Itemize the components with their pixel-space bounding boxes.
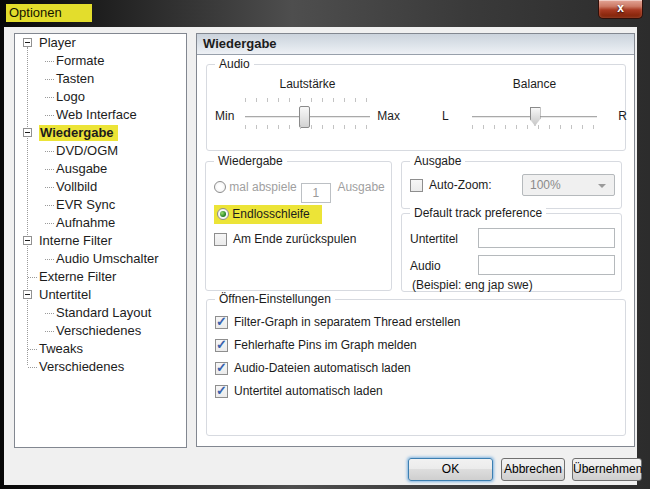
collapse-icon[interactable]	[23, 236, 32, 245]
play-count-input[interactable]	[301, 183, 331, 203]
options-dialog-window: Optionen x Player Formate Tasten Logo We…	[0, 0, 650, 489]
output-group: Ausgabe Auto-Zoom: 100%	[401, 161, 622, 209]
play-times-suffix: Ausgabe	[337, 180, 384, 194]
tree-connector	[45, 97, 54, 98]
balance-slider-thumb[interactable]	[530, 107, 541, 126]
autoload-subtitles-checkbox[interactable]	[215, 385, 228, 398]
tree-item-label: Aufnahme	[56, 215, 115, 230]
tree-item-label: Logo	[56, 89, 85, 104]
tree-item-ausgabe[interactable]: Ausgabe	[15, 160, 186, 178]
autoload-subtitles-option[interactable]: Untertitel automatisch laden	[215, 384, 383, 398]
volume-label: Lautstärke	[215, 77, 400, 91]
tree-item-label: Verschiedenes	[56, 323, 141, 338]
tree-item-interne-filter[interactable]: Interne Filter	[15, 232, 186, 250]
play-times-label: mal abspiele	[229, 180, 296, 194]
tree-item-formate[interactable]: Formate	[15, 52, 186, 70]
playback-group-label: Wiedergabe	[214, 154, 287, 168]
tree-item-audio-umschalter[interactable]: Audio Umschalter	[15, 250, 186, 268]
tree-item-wiedergabe[interactable]: Wiedergabe	[15, 124, 186, 142]
tree-item-label: Ausgabe	[56, 161, 107, 176]
chevron-down-icon	[598, 184, 606, 188]
autoload-audio-option[interactable]: Audio-Dateien automatisch laden	[215, 361, 411, 375]
options-tree[interactable]: Player Formate Tasten Logo Web Interface…	[14, 33, 187, 448]
volume-slider-block: Lautstärke Min Max	[215, 77, 400, 129]
window-title: Optionen	[6, 4, 92, 22]
playback-group: Wiedergabe mal abspiele Ausgabe Endlossc…	[205, 161, 392, 291]
auto-zoom-select[interactable]: 100%	[522, 174, 615, 196]
tree-connector	[45, 313, 54, 314]
audio-field[interactable]	[478, 255, 615, 275]
close-icon: x	[617, 1, 624, 15]
subtitle-field[interactable]	[478, 228, 615, 248]
tree-item-web-interface[interactable]: Web Interface	[15, 106, 186, 124]
tree-item-evr-sync[interactable]: EVR Sync	[15, 196, 186, 214]
track-example-text: (Beispiel: eng jap swe)	[412, 278, 533, 292]
tree-connector	[28, 349, 37, 350]
tree-connector	[45, 223, 54, 224]
ok-button[interactable]: OK	[408, 458, 493, 481]
collapse-icon[interactable]	[23, 38, 32, 47]
tree-item-label: Formate	[56, 53, 104, 68]
tree-item-label: Interne Filter	[39, 233, 112, 248]
subtitle-field-label: Untertitel	[410, 232, 458, 246]
auto-zoom-checkbox[interactable]	[410, 179, 423, 192]
tree-item-dvd-ogm[interactable]: DVD/OGM	[15, 142, 186, 160]
page-title: Wiedergabe	[197, 34, 634, 55]
report-pins-label: Fehlerhafte Pins im Graph melden	[234, 338, 417, 352]
autoload-audio-checkbox[interactable]	[215, 362, 228, 375]
play-times-option[interactable]: mal abspiele Ausgabe	[214, 180, 385, 203]
report-pins-checkbox[interactable]	[215, 339, 228, 352]
loop-option[interactable]: Endlosschleife	[214, 207, 322, 221]
tree-item-logo[interactable]: Logo	[15, 88, 186, 106]
tree-item-externe-filter[interactable]: Externe Filter	[15, 268, 186, 286]
tree-item-vollbild[interactable]: Vollbild	[15, 178, 186, 196]
autoload-audio-label: Audio-Dateien automatisch laden	[234, 361, 411, 375]
balance-label: Balance	[442, 77, 627, 91]
cancel-button[interactable]: Abbrechen	[501, 458, 565, 481]
autoload-subtitles-label: Untertitel automatisch laden	[234, 384, 383, 398]
close-button[interactable]: x	[598, 0, 643, 19]
tree-item-label: Audio Umschalter	[56, 251, 159, 266]
filter-graph-thread-option[interactable]: Filter-Graph in separatem Thread erstell…	[215, 315, 461, 329]
tree-item-label-selected: Wiedergabe	[39, 125, 118, 141]
auto-zoom-option[interactable]: Auto-Zoom:	[410, 178, 492, 192]
tree-item-standard-layout[interactable]: Standard Layout	[15, 304, 186, 322]
tree-connector	[45, 259, 54, 260]
apply-button[interactable]: Übernehmen	[572, 458, 642, 481]
wiedergabe-page: Wiedergabe Audio Lautstärke Min Max	[196, 33, 635, 447]
tree-item-label: Player	[39, 35, 76, 50]
collapse-icon[interactable]	[23, 290, 32, 299]
loop-label: Endlosschleife	[232, 207, 309, 221]
filter-graph-thread-checkbox[interactable]	[215, 316, 228, 329]
play-times-radio[interactable]	[214, 181, 226, 193]
titlebar[interactable]: Optionen x	[0, 0, 650, 27]
auto-zoom-value: 100%	[530, 178, 561, 192]
tree-item-tweaks[interactable]: Tweaks	[15, 340, 186, 358]
tree-item-aufnahme[interactable]: Aufnahme	[15, 214, 186, 232]
tree-connector	[45, 169, 54, 170]
audio-group-label: Audio	[215, 57, 254, 71]
dialog-content: Player Formate Tasten Logo Web Interface…	[4, 27, 637, 485]
tree-item-verschiedenes-untertitel[interactable]: Verschiedenes	[15, 322, 186, 340]
tree-item-player[interactable]: Player	[15, 34, 186, 52]
tree-item-untertitel[interactable]: Untertitel	[15, 286, 186, 304]
tree-connector	[45, 115, 54, 116]
collapse-icon[interactable]	[23, 128, 32, 137]
volume-ticks-bottom	[245, 125, 370, 129]
loop-radio[interactable]	[217, 208, 229, 220]
rewind-option[interactable]: Am Ende zurückspulen	[214, 232, 356, 246]
tree-item-tasten[interactable]: Tasten	[15, 70, 186, 88]
tree-connector	[45, 79, 54, 80]
loop-highlight: Endlosschleife	[214, 205, 322, 224]
balance-left-label: L	[442, 109, 449, 123]
tree-item-verschiedenes[interactable]: Verschiedenes	[15, 358, 186, 376]
tree-item-label: Untertitel	[39, 287, 91, 302]
rewind-checkbox[interactable]	[214, 233, 227, 246]
tree-item-label: Web Interface	[56, 107, 137, 122]
tree-connector	[45, 187, 54, 188]
report-pins-option[interactable]: Fehlerhafte Pins im Graph melden	[215, 338, 417, 352]
tree-item-label: Externe Filter	[39, 269, 116, 284]
open-settings-group: Öffnen-Einstellungen Filter-Graph in sep…	[206, 299, 626, 436]
tree-connector	[28, 277, 37, 278]
balance-ticks-bottom	[472, 125, 597, 129]
